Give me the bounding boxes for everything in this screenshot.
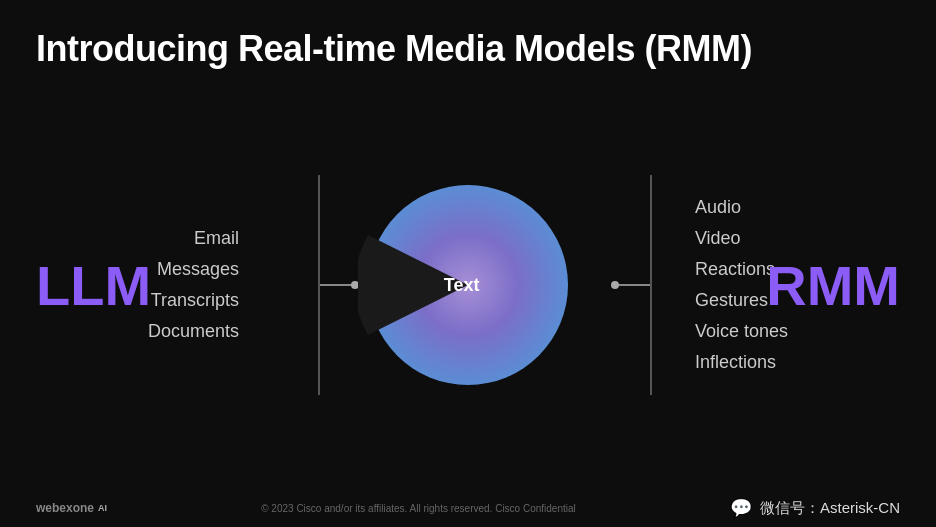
input-documents: Documents [148,321,239,342]
input-transcripts: Transcripts [151,290,239,311]
wechat-text: 微信号：Asterisk-CN [760,499,900,518]
chart-text-label: Text [444,274,480,295]
wechat-info: 💬 微信号：Asterisk-CN [730,497,900,519]
input-messages: Messages [157,259,239,280]
wechat-icon: 💬 [730,497,752,519]
webex-logo-superscript: AI [98,503,107,513]
content-area: LLM Email Messages Transcripts Documents [0,80,936,489]
input-email: Email [194,228,239,249]
output-audio: Audio [695,197,741,218]
output-inflections: Inflections [695,352,776,373]
pie-chart: Text [358,175,578,395]
left-inputs-list: Email Messages Transcripts Documents [148,228,239,342]
right-connector [615,284,650,286]
copyright-text: © 2023 Cisco and/or its affiliates. All … [107,503,730,514]
webex-logo-text: webexone [36,501,94,515]
output-voice-tones: Voice tones [695,321,788,342]
webex-logo: webexoneAI [36,501,107,515]
output-gestures: Gestures [695,290,768,311]
footer: webexoneAI © 2023 Cisco and/or its affil… [0,489,936,527]
left-connector [320,284,355,286]
page-title: Introducing Real-time Media Models (RMM) [0,0,936,80]
right-divider [650,175,652,395]
llm-label: LLM [36,252,151,317]
rmm-label: RMM [766,252,900,317]
output-video: Video [695,228,741,249]
output-reactions: Reactions [695,259,775,280]
slide: Introducing Real-time Media Models (RMM)… [0,0,936,527]
